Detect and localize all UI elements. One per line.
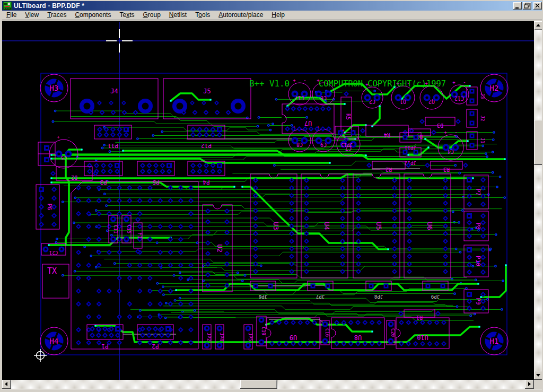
svg-text:P8: P8 <box>475 222 481 229</box>
window-frame-bottom <box>1 389 543 392</box>
vertical-scroll-thumb[interactable] <box>534 120 543 165</box>
menu-item-help[interactable]: Help <box>267 11 289 20</box>
svg-text:H2: H2 <box>490 84 499 92</box>
svg-text:H3: H3 <box>50 84 59 92</box>
svg-text:+: + <box>57 134 60 140</box>
svg-text:C5: C5 <box>60 155 67 161</box>
component-C12: C12+- <box>450 80 469 104</box>
scroll-left-button[interactable] <box>2 380 11 389</box>
svg-text:R4: R4 <box>384 132 390 138</box>
component-P7: P7 <box>464 175 488 209</box>
horizontal-scrollbar[interactable] <box>2 380 534 389</box>
svg-text:-: - <box>67 134 70 140</box>
minimize-button[interactable] <box>513 2 522 10</box>
svg-text:J5: J5 <box>203 88 211 95</box>
component-P4: P4 <box>188 161 225 186</box>
component-U7: U7 <box>282 104 334 134</box>
component-JP4: JP4 <box>215 325 224 349</box>
scroll-up-button[interactable] <box>534 21 543 30</box>
component-J5: J5 <box>163 79 251 119</box>
svg-text:P4: P4 <box>203 179 210 186</box>
svg-text:-: - <box>463 80 466 85</box>
svg-text:C11: C11 <box>113 225 118 233</box>
restore-button[interactable] <box>523 2 531 10</box>
pcb-canvas[interactable]: H3H2H4H1J4J5P11P12P3P5P4C17+-C6+-C8+-C9+… <box>2 21 534 380</box>
svg-text:-: - <box>454 129 457 135</box>
svg-text:U5: U5 <box>375 222 383 230</box>
component-U2: U2 <box>203 204 232 292</box>
svg-text:C21: C21 <box>49 250 58 255</box>
svg-text:P5: P5 <box>152 179 159 186</box>
svg-text:R5: R5 <box>345 114 351 120</box>
svg-text:F1: F1 <box>137 232 143 239</box>
scrollbar-corner <box>534 380 543 389</box>
svg-text:U9: U9 <box>290 334 297 341</box>
svg-text:P2: P2 <box>152 343 159 350</box>
svg-text:H1: H1 <box>490 337 499 345</box>
scroll-right-button[interactable] <box>525 380 534 389</box>
svg-text:JP8: JP8 <box>374 294 383 299</box>
menu-item-group[interactable]: Group <box>138 11 164 20</box>
svg-text:-: - <box>303 77 306 83</box>
svg-text:P12: P12 <box>201 142 212 149</box>
svg-text:C2: C2 <box>369 99 375 104</box>
svg-text:U7: U7 <box>304 119 312 127</box>
svg-text:JP5: JP5 <box>248 333 253 341</box>
svg-text:JP9: JP9 <box>431 294 440 299</box>
window-title: ULTIboard - BPP.DDF * <box>14 2 513 10</box>
svg-text:J2: J2 <box>480 116 485 121</box>
menu-item-tools[interactable]: Tools <box>191 11 214 20</box>
svg-text:C19: C19 <box>261 327 266 335</box>
menu-item-netlist[interactable]: Netlist <box>165 11 191 20</box>
menu-item-texts[interactable]: Texts <box>115 11 138 20</box>
svg-text:D2: D2 <box>71 175 77 180</box>
component-P1: P1 <box>87 325 123 350</box>
component-P11: P11 <box>94 125 132 149</box>
svg-text:COMPUTRON COPYRIGHT(c)1997: COMPUTRON COPYRIGHT(c)1997 <box>319 79 446 89</box>
component-U9: U9 <box>266 318 320 349</box>
svg-text:JP6: JP6 <box>259 294 267 299</box>
window-controls <box>513 2 542 10</box>
component-C4: C4+- <box>438 129 463 160</box>
close-button[interactable] <box>533 2 542 10</box>
component-J3: J3 <box>467 87 485 105</box>
crosshair-layer <box>2 22 534 380</box>
component-P2: P2 <box>137 325 173 350</box>
svg-text:C9: C9 <box>320 142 327 147</box>
menu-item-traces[interactable]: Traces <box>43 11 71 20</box>
pcb-drawing: H3H2H4H1J4J5P11P12P3P5P4C17+-C6+-C8+-C9+… <box>2 21 534 380</box>
component-P6: P6 <box>36 185 59 229</box>
component-U10: U10 <box>396 318 449 349</box>
component-JP5: JP5 <box>244 325 253 349</box>
menu-item-view[interactable]: View <box>21 11 43 20</box>
vertical-scrollbar[interactable] <box>534 21 543 380</box>
svg-text:TX: TX <box>47 266 57 276</box>
svg-text:JP13: JP13 <box>341 142 353 147</box>
horizontal-scroll-thumb[interactable] <box>240 380 277 389</box>
svg-text:U8: U8 <box>354 334 362 341</box>
component-C17: C17+- <box>288 77 311 105</box>
svg-text:P9: P9 <box>475 298 481 304</box>
svg-text:C4: C4 <box>448 149 454 154</box>
svg-text:C17: C17 <box>295 95 304 101</box>
svg-text:JP2: JP2 <box>206 333 212 341</box>
component-P12: P12 <box>188 125 225 149</box>
title-bar[interactable]: ULTIboard - BPP.DDF * <box>2 1 543 11</box>
svg-text:JP4: JP4 <box>219 333 224 341</box>
mounting-hole-H4: H4 <box>40 327 68 355</box>
scroll-down-button[interactable] <box>534 371 543 380</box>
component-J2: J2 <box>467 109 485 127</box>
svg-text:C12: C12 <box>454 95 464 101</box>
svg-text:J3: J3 <box>480 93 485 99</box>
menu-item-components[interactable]: Components <box>71 11 115 20</box>
component-R2: R2 <box>366 161 411 172</box>
component-TX: TX <box>42 264 69 298</box>
svg-text:P7: P7 <box>475 188 481 195</box>
svg-text:P6: P6 <box>46 203 53 210</box>
mounting-hole-H3: H3 <box>40 74 68 102</box>
component-JP11: JP11 <box>400 133 421 151</box>
menu-item-file[interactable]: File <box>2 11 21 20</box>
svg-text:H4: H4 <box>50 337 59 345</box>
menu-item-autoroute-place[interactable]: Autoroute/place <box>214 11 267 20</box>
component-J4: J4 <box>71 79 158 119</box>
